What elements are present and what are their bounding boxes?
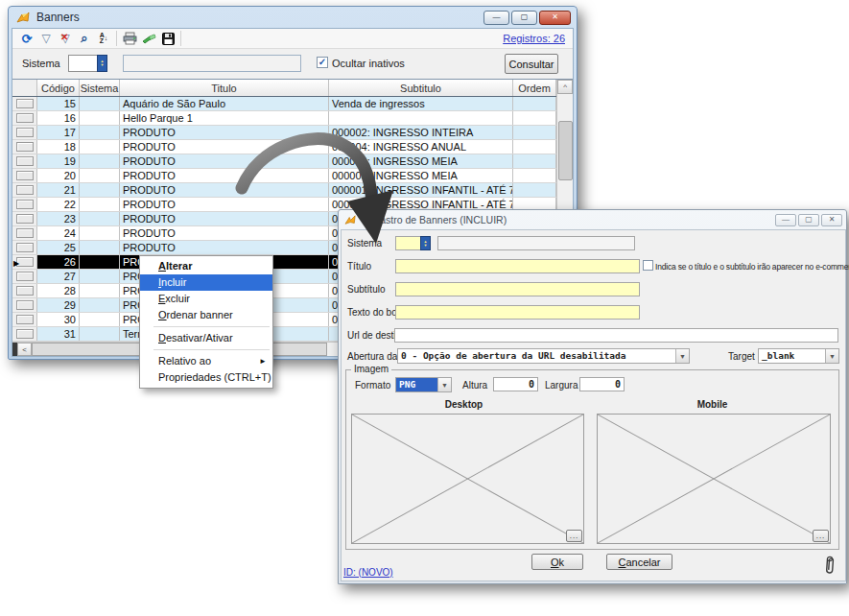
texto-botao-input[interactable] [395,305,640,320]
table-row[interactable]: 17PRODUTO000002: INGRESSO INTEIRA [12,126,556,140]
check-icon: ✓ [318,57,326,67]
abertura-url-select[interactable]: 0 - Opção de abertura da URL desabilitad… [397,348,690,364]
cell-sistema [80,298,120,312]
cancelar-button[interactable]: Cancelar [606,554,672,570]
sistema-spinner[interactable]: ▲▼ [97,55,107,72]
cell-sistema [80,154,120,168]
refresh-icon[interactable]: ⟳ [17,30,36,47]
cell-codigo: 28 [37,284,80,297]
filter-icon[interactable]: ▽ [36,30,56,47]
target-select[interactable]: _blank ▼ [758,348,839,364]
maximize-button[interactable]: ▢ [798,214,819,226]
sistema-name-input[interactable] [123,55,301,72]
table-row[interactable]: 18PRODUTO000004: INGRESSO ANUAL [12,140,556,154]
row-indicator [12,298,37,312]
mobile-browse-button[interactable]: ... [813,530,829,542]
cell-codigo: 23 [37,212,80,225]
column-header-ordem[interactable]: Ordem [513,80,556,96]
cell-subtitulo: 000003: INGRESSO MEIA [329,154,513,168]
cell-ordem [513,97,556,110]
menu-item-ordenar-banner[interactable]: Ordenar banner [140,307,272,323]
cell-titulo: PRODUTO [120,183,329,197]
registros-link[interactable]: Registros: 26 [503,33,565,44]
close-button[interactable]: ✕ [821,214,842,226]
paperclip-icon[interactable] [824,556,836,577]
cell-titulo: Hello Parque 1 [120,111,329,125]
column-header-codigo[interactable]: Código [37,80,80,96]
largura-input[interactable]: 0 [579,377,625,391]
clean-icon[interactable] [139,30,158,47]
cadastro-titlebar[interactable]: Cadastro de Banners (INCLUIR) — ▢ ✕ [339,210,846,229]
sistema-name-input[interactable] [437,236,635,250]
menu-item-relativo-ao[interactable]: Relativo ao► [140,353,272,369]
row-indicator [12,284,37,297]
cell-sistema [80,255,120,269]
clear-filter-icon[interactable]: ▽✕ [56,30,75,47]
desktop-image-placeholder[interactable]: ... [351,414,584,544]
cell-sistema [80,140,120,154]
table-row[interactable]: 21PRODUTO000001: INGRESSO INFANTIL - ATÉ… [12,183,556,198]
cell-titulo: PRODUTO [120,126,329,139]
close-button[interactable]: ✕ [539,11,571,25]
sort-icon[interactable]: AZ ↓ [94,30,113,47]
ecommerce-checkbox-label: Indica se o título e o subtítulo irão ap… [655,262,849,272]
titulo-input[interactable] [395,259,640,273]
sistema-spinner[interactable]: ▲▼ [420,236,431,250]
column-header-subtitulo[interactable]: Subtitulo [329,80,513,96]
consultar-button[interactable]: Consultar [505,54,558,74]
ecommerce-checkbox[interactable]: ✓ [643,260,653,271]
cell-codigo: 16 [37,111,80,125]
altura-label: Altura [462,380,487,391]
id-novo-link[interactable]: ID: (NOVO) [343,567,393,578]
save-icon[interactable] [158,30,177,47]
mobile-image-placeholder[interactable]: ... [597,414,831,544]
formato-select[interactable]: PNG ▼ [395,377,452,392]
ok-button[interactable]: Ok [531,554,583,570]
cell-titulo: PRODUTO [120,169,329,182]
window-title: Cadastro de Banners (INCLUIR) [362,214,507,225]
screenshot-canvas: { "colors": { "accent_link": "#2d35c8", … [0,0,849,616]
cell-ordem [513,183,556,197]
maximize-button[interactable]: ▢ [511,11,537,25]
find-icon[interactable]: ⌕ [75,30,94,47]
row-indicator [12,241,37,254]
minimize-button[interactable]: — [775,214,796,226]
toolbar-separator [116,31,117,46]
vertical-scroll-thumb[interactable] [558,121,573,180]
menu-item-desativar-ativar[interactable]: Desativar/Ativar [140,330,272,346]
minimize-button[interactable]: — [483,11,509,25]
cell-codigo: 30 [37,313,80,326]
sistema-code-input[interactable] [68,55,98,72]
cell-codigo: 22 [37,198,80,211]
column-header-titulo[interactable]: Titulo [120,80,329,96]
menu-item-excluir[interactable]: Excluir [140,291,272,307]
ocultar-inativos-checkbox[interactable]: ✓ [317,57,328,68]
table-row[interactable]: 20PRODUTO000003: INGRESSO MEIA [12,169,556,183]
subtitulo-input[interactable] [395,282,640,296]
table-row[interactable]: 19PRODUTO000003: INGRESSO MEIA [12,154,556,169]
menu-item-propriedades[interactable]: Propriedades (CTRL+T) [140,369,272,386]
menu-separator [153,349,270,350]
scroll-left-icon[interactable]: < [17,343,32,356]
app-logo-icon [344,215,357,225]
scroll-up-icon[interactable]: ^ [557,80,573,94]
column-header-sistema[interactable]: Sistema [80,80,120,96]
altura-input[interactable]: 0 [493,377,538,391]
print-icon[interactable] [120,30,139,47]
cell-titulo: PRODUTO [120,241,329,254]
submenu-arrow-icon: ► [259,353,267,369]
banners-titlebar[interactable]: Banners — ▢ ✕ [9,7,577,28]
sistema-code-input[interactable] [395,236,421,250]
menu-item-incluir[interactable]: Incluir [140,274,272,291]
cell-codigo: 25 [37,241,80,254]
desktop-browse-button[interactable]: ... [566,530,582,542]
table-row[interactable]: 15Aquário de São PauloVenda de ingressos [12,97,556,111]
row-indicator [12,126,37,139]
formato-label: Formato [355,380,390,391]
cell-subtitulo: Venda de ingressos [329,97,513,110]
menu-item-alterar[interactable]: Alterar [140,258,272,274]
table-row[interactable]: 16Hello Parque 1 [12,111,556,126]
url-destino-input[interactable] [394,328,838,343]
sistema-label: Sistema [22,58,60,69]
cell-ordem [513,111,556,125]
